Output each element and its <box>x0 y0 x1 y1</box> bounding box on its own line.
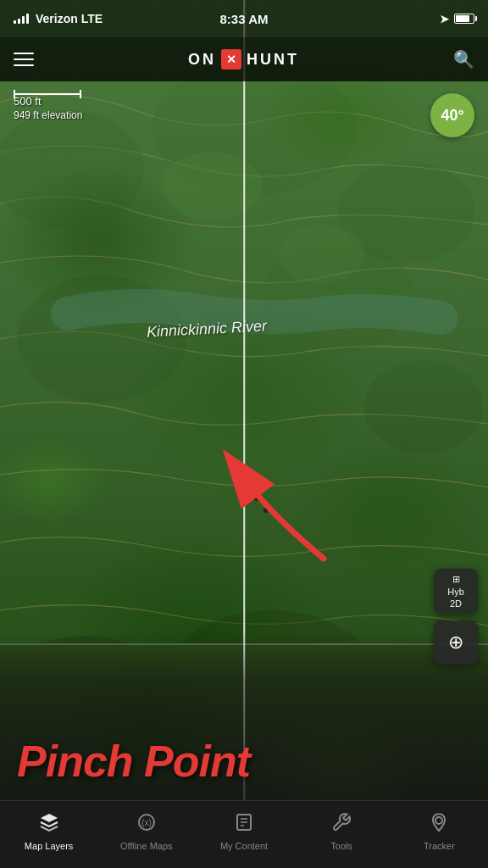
nav-item-map-layers[interactable]: Map Layers <box>0 812 97 858</box>
tracker-icon <box>429 812 449 837</box>
logo-x-icon: ✕ <box>221 49 241 70</box>
header: ON ✕ HUNT 🔍 <box>0 37 488 81</box>
map-type-button[interactable]: ⊞ Hyb 2D <box>434 569 478 614</box>
scale-bar: 500 ft 949 ft elevation <box>14 93 82 121</box>
bottom-nav: Map Layers (x) Offline Maps My Content <box>0 800 488 868</box>
map-view[interactable]: Kinnickinnic River 500 ft 949 ft elevati… <box>0 0 488 800</box>
nav-label-tracker: Tracker <box>424 841 455 851</box>
menu-button[interactable] <box>14 53 34 66</box>
svg-point-19 <box>435 817 442 824</box>
status-right: ➤ <box>440 13 474 25</box>
nav-item-tracker[interactable]: Tracker <box>391 812 488 858</box>
nav-label-map-layers: Map Layers <box>25 841 73 851</box>
offline-maps-icon: (x) <box>136 812 157 837</box>
status-bar: Verizon LTE 8:33 AM ➤ <box>0 0 488 37</box>
nav-label-offline-maps: Offline Maps <box>120 841 173 851</box>
search-button[interactable]: 🔍 <box>453 49 474 70</box>
bearing-badge: 40° <box>430 93 474 137</box>
network-label: LTE <box>81 12 103 25</box>
app-logo: ON ✕ HUNT <box>188 49 299 70</box>
map-type-label-hyb: Hyb <box>447 587 464 597</box>
carrier-label: Verizon <box>36 12 78 25</box>
pinch-point-label: Pinch Point <box>17 736 250 787</box>
compass-button[interactable]: ⊕ <box>434 620 478 665</box>
my-content-icon <box>234 812 254 837</box>
map-type-icon: ⊞ <box>452 574 460 585</box>
logo-text-on: ON <box>188 51 216 69</box>
battery-indicator <box>454 14 474 24</box>
nav-item-my-content[interactable]: My Content <box>195 812 292 858</box>
signal-bars <box>14 14 29 24</box>
status-left: Verizon LTE <box>14 12 103 25</box>
logo-text-hunt: HUNT <box>247 51 299 69</box>
nav-label-tools: Tools <box>330 841 352 851</box>
map-point-1 <box>254 496 259 501</box>
map-layers-icon <box>39 812 59 837</box>
status-time: 8:33 AM <box>220 12 269 26</box>
compass-icon: ⊕ <box>448 632 463 654</box>
nav-item-offline-maps[interactable]: (x) Offline Maps <box>97 812 195 858</box>
location-icon: ➤ <box>440 13 449 25</box>
nav-item-tools[interactable]: Tools <box>293 812 391 858</box>
search-icon: 🔍 <box>453 50 474 69</box>
svg-text:(x): (x) <box>141 818 152 827</box>
tools-icon <box>331 812 352 837</box>
nav-label-my-content: My Content <box>220 841 268 851</box>
map-type-label-2d: 2D <box>450 598 462 609</box>
pinch-point-overlay: Pinch Point <box>0 631 488 800</box>
